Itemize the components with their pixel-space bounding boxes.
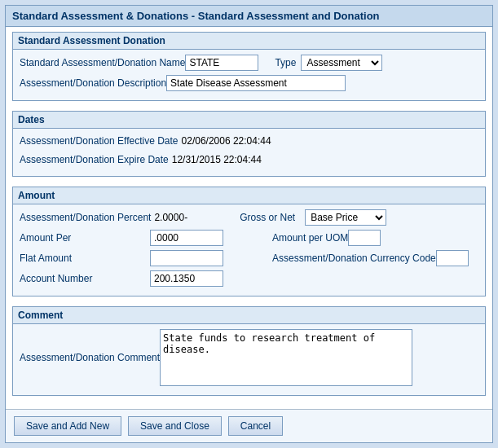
gross-net-label: Gross or Net [240, 212, 305, 223]
account-number-input[interactable] [150, 270, 223, 287]
percent-gross-row: Assessment/Donation Percent 2.0000- Gros… [20, 209, 478, 226]
name-input[interactable] [185, 55, 258, 71]
expire-date-row: Assessment/Donation Expire Date 12/31/20… [20, 152, 478, 167]
amount-per-uom-input[interactable] [348, 230, 381, 246]
effective-date-label: Assessment/Donation Effective Date [20, 135, 178, 147]
expire-date-label: Assessment/Donation Expire Date [20, 154, 169, 165]
account-number-label: Account Number [20, 273, 150, 284]
type-label: Type [275, 57, 296, 68]
save-close-button[interactable]: Save and Close [128, 416, 222, 436]
save-add-new-button[interactable]: Save and Add New [14, 416, 121, 436]
type-group: Type Assessment Donation [275, 55, 382, 71]
dates-section-header: Dates [13, 112, 485, 129]
description-input[interactable] [166, 75, 346, 91]
amount-per-uom-label: Amount per UOM [272, 232, 348, 244]
currency-code-label: Assessment/Donation Currency Code [272, 253, 436, 264]
amount-section-header: Amount [13, 187, 485, 204]
type-select[interactable]: Assessment Donation [301, 55, 382, 71]
amount-per-label: Amount Per [20, 232, 150, 244]
flat-amount-label: Flat Amount [20, 253, 150, 264]
flat-currency-row: Flat Amount Assessment/Donation Currency… [20, 250, 478, 266]
comment-label: Assessment/Donation Comment [20, 352, 160, 363]
comment-textarea[interactable]: State funds to research treatment of dis… [160, 329, 412, 386]
amount-section: Amount Assessment/Donation Percent 2.000… [12, 187, 486, 296]
expire-date-value: 12/31/2015 22:04:44 [169, 152, 265, 167]
main-section: Standard Assessment Donation Standard As… [12, 32, 486, 101]
button-bar: Save and Add New Save and Close Cancel [6, 409, 492, 442]
amount-per-row: Amount Per Amount per UOM [20, 230, 478, 246]
cancel-button[interactable]: Cancel [228, 416, 283, 436]
outer-container: Standard Assessment & Donations - Standa… [0, 0, 498, 448]
dates-section: Dates Assessment/Donation Effective Date… [12, 111, 486, 177]
main-section-body: Standard Assessment/Donation Name Type A… [13, 50, 485, 100]
description-row: Assessment/Donation Description [20, 75, 478, 91]
effective-date-value: 02/06/2006 22:04:44 [178, 134, 275, 148]
main-section-header: Standard Assessment Donation [13, 33, 485, 50]
name-type-row: Standard Assessment/Donation Name Type A… [20, 55, 478, 71]
name-label: Standard Assessment/Donation Name [20, 57, 185, 68]
percent-value: 2.0000- [151, 210, 191, 225]
comment-section: Comment Assessment/Donation Comment Stat… [12, 306, 486, 396]
comment-section-header: Comment [13, 307, 485, 324]
dates-section-body: Assessment/Donation Effective Date 02/06… [13, 129, 485, 176]
flat-amount-input[interactable] [150, 250, 223, 266]
window-title: Standard Assessment & Donations - Standa… [6, 6, 492, 27]
gross-net-select[interactable]: Base Price Gross Net [305, 209, 386, 226]
percent-label: Assessment/Donation Percent [20, 212, 151, 223]
main-panel: Standard Assessment & Donations - Standa… [5, 5, 493, 443]
amount-per-input[interactable] [150, 230, 223, 246]
comment-row: Assessment/Donation Comment State funds … [20, 329, 478, 386]
amount-section-body: Assessment/Donation Percent 2.0000- Gros… [13, 204, 485, 296]
account-number-row: Account Number [20, 270, 478, 287]
description-label: Assessment/Donation Description [20, 77, 166, 89]
effective-date-row: Assessment/Donation Effective Date 02/06… [20, 134, 478, 148]
currency-code-input[interactable] [436, 250, 469, 266]
comment-section-body: Assessment/Donation Comment State funds … [13, 324, 485, 395]
